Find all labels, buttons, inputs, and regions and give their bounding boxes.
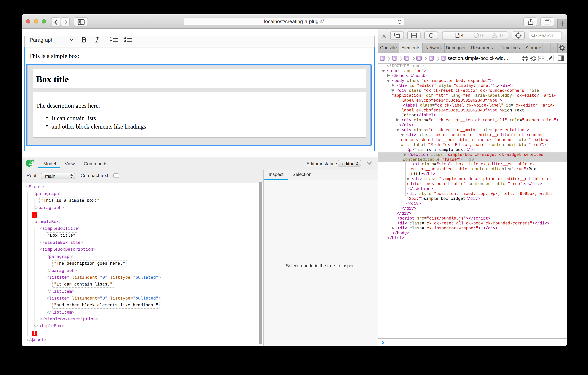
svg-text:5: 5 — [32, 160, 33, 163]
svg-text:!: ! — [476, 33, 477, 37]
svg-text:2: 2 — [110, 40, 112, 42]
svg-text:!: ! — [494, 34, 495, 38]
svg-text:1: 1 — [110, 37, 112, 40]
